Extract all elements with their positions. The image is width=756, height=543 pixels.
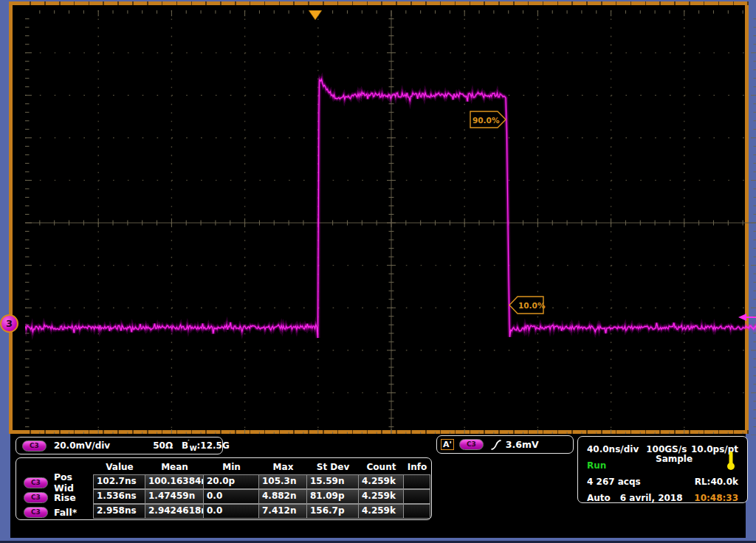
table-cell <box>403 489 430 504</box>
table-cell: 1.47459n <box>145 489 204 504</box>
acquisition-count: 4 267 acqs <box>587 477 641 487</box>
measurement-name: Fall* <box>54 507 77 518</box>
ref-high-label: 90.0% <box>472 116 500 125</box>
clock-value: 10:48:33 <box>694 493 738 503</box>
ref-low-label: 10.0% <box>518 301 546 310</box>
table-cell: 102.7ns <box>93 474 145 489</box>
trigger-mode: Auto <box>587 493 611 503</box>
col-header-min: Min <box>204 460 259 475</box>
col-header-stdev: St Dev <box>307 460 359 475</box>
table-cell: 81.09p <box>306 489 359 504</box>
acquisition-mode: Sample <box>656 454 693 464</box>
trigger-level-value: 3.6mV <box>506 439 539 450</box>
measurement-row-label[interactable]: C3Pos Wid <box>17 475 94 490</box>
temperature-icon <box>726 451 735 471</box>
run-state: Run <box>587 460 606 471</box>
waveform-display[interactable]: 90.0% 10.0% <box>25 10 756 435</box>
ref-level-low-flag[interactable]: 10.0% <box>509 297 546 314</box>
graticule-frame: 90.0% 10.0% <box>9 1 749 434</box>
vertical-scale-value: 20.0mV/div <box>54 440 110 451</box>
table-cell: 0.0 <box>203 489 259 504</box>
ref-level-high-flag[interactable]: 90.0% <box>470 111 506 128</box>
row-channel-badge: C3 <box>24 507 48 518</box>
table-cell: 2.958ns <box>93 504 145 519</box>
status-bar: C3 20.0mV/div 50Ω B′W:12.5G Value Mean M… <box>10 434 746 538</box>
channel-c3-badge-label: C3 <box>30 442 39 449</box>
trigger-level-icon[interactable] <box>738 314 756 321</box>
graticule-grid <box>25 10 756 435</box>
bandwidth-value: B′W:12.5G <box>182 439 230 452</box>
table-cell: 4.259k <box>358 504 404 519</box>
col-header-info: Info <box>404 460 430 475</box>
table-cell: 20.0p <box>203 474 259 489</box>
channel-readout-panel[interactable]: C3 20.0mV/div 50Ω B′W:12.5G <box>16 437 223 454</box>
measurement-row-label[interactable]: C3Fall* <box>17 505 94 519</box>
table-cell: 105.3n <box>258 474 307 489</box>
table-cell <box>403 504 430 519</box>
channel-3-label: 3 <box>6 318 13 329</box>
table-cell: 0.0 <box>203 504 259 519</box>
trigger-position-icon[interactable] <box>309 10 322 20</box>
channel-c3-badge[interactable]: C3 <box>22 440 47 452</box>
date-value: 6 avril, 2018 <box>620 493 683 503</box>
table-cell: 4.259k <box>358 489 404 504</box>
rising-edge-icon <box>490 439 502 451</box>
timebase-value: 40.0ns/div <box>587 444 639 454</box>
row-channel-badge: C3 <box>24 477 48 488</box>
col-header-count: Count <box>359 460 404 475</box>
col-header-max: Max <box>259 460 307 475</box>
trigger-channel-badge[interactable]: C3 <box>459 439 484 450</box>
termination-value: 50Ω <box>153 440 173 451</box>
table-cell: 1.536ns <box>93 489 145 504</box>
table-cell: 7.412n <box>258 504 307 519</box>
measurement-name: Rise <box>54 492 76 503</box>
measurement-row-label[interactable]: C3Rise <box>17 490 94 505</box>
horizontal-acquisition-panel[interactable]: 40.0ns/div 100GS/s 10.0ps/pt Run Sample … <box>577 436 748 503</box>
measurement-table: Value Mean Min Max St Dev Count Info C3P… <box>17 460 431 519</box>
channel-3-position-marker[interactable]: 3 <box>0 314 18 333</box>
table-cell: 2.9424618n <box>145 504 204 519</box>
record-length: RL:40.0k <box>695 477 738 487</box>
table-cell: 4.259k <box>358 474 404 489</box>
table-cell: 15.59n <box>306 474 359 489</box>
col-header-value: Value <box>94 460 145 475</box>
trigger-readout-panel[interactable]: A' C3 3.6mV <box>436 435 574 454</box>
table-cell: 4.882n <box>258 489 307 504</box>
table-cell: 156.7p <box>306 504 359 519</box>
table-cell: 100.16384n <box>145 474 204 489</box>
row-channel-badge: C3 <box>24 492 48 503</box>
border-ticks-top <box>16 1 749 5</box>
measurement-table-panel[interactable]: Value Mean Min Max St Dev Count Info C3P… <box>16 457 432 520</box>
col-header-mean: Mean <box>145 460 204 475</box>
table-cell <box>403 474 430 489</box>
trigger-source-badge[interactable]: A' <box>441 439 454 450</box>
sample-rate-value: 100GS/s <box>646 444 687 454</box>
